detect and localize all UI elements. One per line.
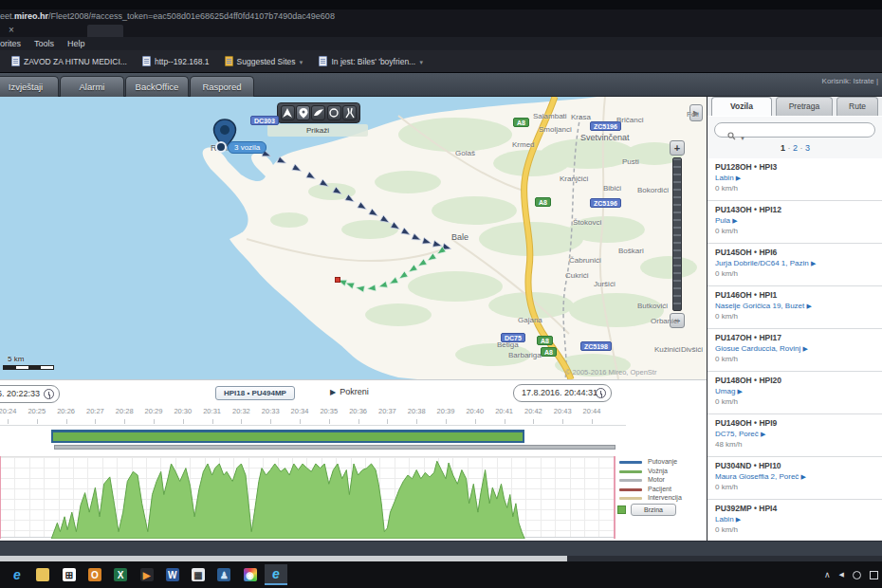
app-tab-backoffice[interactable]: BackOffice bbox=[125, 76, 189, 97]
system-tray: ∧◀ bbox=[824, 564, 878, 585]
time-tick-label: 20:42 bbox=[524, 407, 542, 415]
vehicle-address-link[interactable]: Labin ▶ bbox=[715, 515, 882, 524]
selected-vehicle-badge[interactable]: HPI18 • PU494MP bbox=[215, 386, 295, 400]
taskbar-icon-file-explorer[interactable] bbox=[31, 564, 54, 585]
taskbar-icon-outlook[interactable]: O bbox=[83, 564, 106, 585]
vehicle-address-link[interactable]: Umag ▶ bbox=[715, 387, 882, 395]
sidebar-tab-vozila[interactable]: Vozila bbox=[711, 97, 772, 116]
map-place-label: Boškari bbox=[618, 247, 644, 255]
vehicle-address-link[interactable]: Naselje Goričica 19, Buzet ▶ bbox=[715, 302, 882, 310]
taskbar-icon-excel[interactable]: X bbox=[109, 564, 132, 585]
end-datetime-input[interactable]: 17.8.2016. 20:44:31 bbox=[513, 384, 612, 402]
bird-view-icon[interactable] bbox=[311, 105, 325, 120]
vehicle-address-link[interactable]: DC75, Poreč ▶ bbox=[715, 430, 882, 438]
vehicle-address-link[interactable]: Jurja Dobrile/DC64 1, Pazin ▶ bbox=[715, 259, 882, 267]
app-tab-raspored[interactable]: Raspored bbox=[190, 76, 254, 97]
locate-icon[interactable] bbox=[281, 105, 295, 120]
map-place-label: Bokordići bbox=[637, 186, 669, 194]
app-tab-alarmi[interactable]: Alarmi bbox=[60, 76, 124, 97]
road-badge: A8 bbox=[513, 118, 529, 127]
road-badge: A8 bbox=[535, 197, 551, 207]
vehicle-address-link[interactable]: Maura Gioseffia 2, Poreč ▶ bbox=[715, 472, 882, 481]
taskbar-icon-word[interactable]: W bbox=[161, 564, 184, 585]
tray-notifications-icon[interactable] bbox=[870, 571, 878, 579]
time-tick-label: 20:36 bbox=[349, 407, 367, 415]
map-canvas[interactable]: Rovinj 3 vozila Prikaži + − ▶ 5 km © 200… bbox=[0, 97, 707, 379]
time-tick-mark bbox=[241, 419, 242, 424]
pagination-page-3[interactable]: 3 bbox=[805, 143, 810, 153]
map-scale-bar bbox=[3, 365, 54, 370]
locate-arrow-icon: ▶ bbox=[807, 303, 812, 309]
vehicle-list-item[interactable]: PU143OH • HPI12Pula ▶0 km/h bbox=[707, 201, 882, 244]
map-place-label: Divšići bbox=[681, 345, 703, 354]
sidebar-tab-rute[interactable]: Rute bbox=[836, 97, 878, 116]
desktop: eet.mireo.hr/Fleet2008/#access_token=eac… bbox=[0, 0, 882, 588]
vehicle-list-item[interactable]: PU149OH • HPI9DC75, Poreč ▶48 km/h bbox=[707, 414, 882, 457]
vehicle-list-item[interactable]: PU128OH • HPI3Labin ▶0 km/h bbox=[707, 158, 882, 201]
vehicle-list-item[interactable]: PU392MP • HPI4Labin ▶0 km/h bbox=[707, 500, 882, 542]
pagination-separator: · bbox=[798, 143, 805, 153]
vehicle-list-item[interactable]: PU304ND • HPI10Maura Gioseffia 2, Poreč … bbox=[707, 457, 882, 500]
clock-icon bbox=[596, 388, 606, 398]
taskbar-icon-contacts[interactable]: ♟ bbox=[212, 564, 235, 585]
taskbar-icon-calculator[interactable]: ▦ bbox=[187, 564, 210, 585]
search-icon bbox=[727, 132, 736, 140]
zoom-in-button[interactable]: + bbox=[670, 140, 685, 156]
vehicle-address-link[interactable]: Pula ▶ bbox=[715, 216, 882, 225]
map-place-label: Juršići bbox=[594, 280, 616, 288]
user-label: Korisnik: Istrate | bbox=[822, 77, 878, 85]
menu-tools[interactable]: Tools bbox=[34, 39, 54, 48]
taskbar-icon-internet-explorer[interactable]: e bbox=[265, 564, 287, 585]
vehicle-address-link[interactable]: Labin ▶ bbox=[715, 174, 882, 182]
play-icon: ▶ bbox=[330, 388, 336, 396]
cluster-dot-icon[interactable] bbox=[215, 141, 227, 153]
vehicle-address-link[interactable]: Giosue Carduccia, Rovinj ▶ bbox=[715, 344, 882, 353]
time-tick-label: 20:26 bbox=[57, 407, 75, 415]
vehicle-cluster-badge[interactable]: 3 vozila bbox=[228, 141, 266, 154]
start-datetime-input[interactable]: 17.8.2016. 20:22:33 bbox=[0, 385, 60, 403]
menu-help[interactable]: Help bbox=[67, 39, 85, 48]
brzina-button[interactable]: Brzina bbox=[631, 504, 676, 516]
map-place-label: Pusti bbox=[622, 157, 639, 166]
vehicle-name: PU128OH • HPI3 bbox=[715, 162, 882, 172]
taskbar-icon-store[interactable]: ⊞ bbox=[58, 564, 81, 585]
pin-icon[interactable] bbox=[296, 105, 310, 120]
favorites-item-label: In jest: Biles' 'boyfrien... bbox=[331, 57, 415, 66]
address-bar[interactable]: eet.mireo.hr/Fleet2008/#access_token=eac… bbox=[0, 9, 882, 24]
taskbar-icon-media-player[interactable]: ▶ bbox=[136, 564, 158, 585]
tray-chevron-up-icon[interactable]: ∧ bbox=[824, 570, 831, 579]
favorites-item[interactable]: ZAVOD ZA HITNU MEDICI... bbox=[11, 50, 127, 73]
vehicle-list-item[interactable]: PU148OH • HPI20Umag ▶0 km/h bbox=[707, 372, 882, 414]
road-badge: DC303 bbox=[250, 116, 279, 125]
calculator-glyph: ▦ bbox=[192, 568, 205, 581]
play-route-button[interactable]: ▶Pokreni bbox=[330, 387, 369, 396]
road-badge: ZC5196 bbox=[590, 198, 621, 208]
favorites-item[interactable]: http--192.168.1 bbox=[142, 50, 210, 73]
taskbar-icon-edge[interactable]: e bbox=[6, 564, 28, 585]
app-tab-izvještaji[interactable]: Izvještaji bbox=[0, 76, 59, 97]
vehicle-list-item[interactable]: PU146OH • HPI1Naselje Goričica 19, Buzet… bbox=[707, 286, 882, 329]
menu-favorites[interactable]: orites bbox=[0, 39, 21, 48]
circle-icon[interactable] bbox=[327, 105, 341, 120]
legend-label: Vožnja bbox=[648, 468, 668, 474]
browser-tab[interactable] bbox=[87, 25, 123, 37]
zoom-slider[interactable] bbox=[672, 157, 682, 311]
tab-close-icon[interactable]: × bbox=[6, 24, 17, 36]
tray-network-icon[interactable] bbox=[853, 571, 861, 579]
vehicle-list-item[interactable]: PU147OH • HPI17Giosue Carduccia, Rovinj … bbox=[707, 329, 882, 372]
map-place-label: Krasa bbox=[571, 113, 591, 121]
chevron-down-icon: ▼ bbox=[418, 60, 424, 65]
map-copyright: © 2005-2016 Mireo, OpenStr bbox=[565, 368, 656, 377]
search-input[interactable]: ▼ bbox=[714, 122, 875, 138]
map-place-label: Foli bbox=[687, 110, 699, 119]
sidebar-tab-pretraga[interactable]: Pretraga bbox=[776, 97, 833, 116]
vehicle-list-item[interactable]: PU145OH • HPI6Jurja Dobrile/DC64 1, Pazi… bbox=[707, 244, 882, 286]
chart-legend: PutovanjeVožnjaMotorPacijentIntervencija bbox=[616, 458, 707, 504]
map-place-label: Barbariga bbox=[508, 351, 542, 359]
taskbar-icon-color-sphere[interactable]: ◉ bbox=[239, 564, 262, 585]
favorites-item[interactable]: In jest: Biles' 'boyfrien...▼ bbox=[319, 50, 424, 74]
road-fork-icon[interactable] bbox=[342, 105, 357, 120]
favorites-item[interactable]: Suggested Sites▼ bbox=[225, 50, 304, 74]
tray-volume-icon[interactable]: ◀ bbox=[839, 571, 844, 579]
map-place-label: Golaš bbox=[455, 149, 475, 157]
